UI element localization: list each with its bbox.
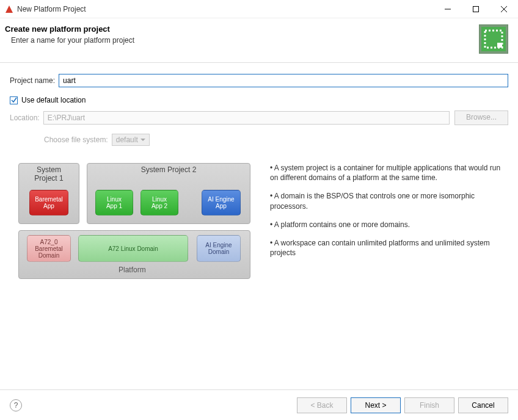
- linux-app-2-chip: Linux App 2: [140, 190, 178, 215]
- platform-diagram: System Project 1 Baremetal App System Pr…: [18, 163, 263, 285]
- wizard-footer: ? < Back Next > Finish Cancel: [0, 389, 518, 420]
- ai-engine-domain-chip: AI Engine Domain: [197, 235, 241, 262]
- description-line-1: • A system project is a container for mu…: [270, 163, 508, 183]
- description-line-3: • A platform contains one or more domain…: [270, 220, 508, 230]
- description-line-2: • A domain is the BSP/OS that controls o…: [270, 191, 508, 211]
- page-title: Create new platform project: [5, 24, 479, 34]
- close-button[interactable]: [490, 0, 518, 18]
- dialog-window: New Platform Project Create new platform…: [0, 0, 518, 420]
- minimize-button[interactable]: [434, 0, 462, 18]
- next-button[interactable]: Next >: [351, 397, 401, 413]
- checkbox-icon: [10, 96, 18, 104]
- finish-button: Finish: [404, 397, 454, 413]
- maximize-button[interactable]: [462, 0, 490, 18]
- linux-app-1-chip: Linux App 1: [95, 190, 133, 215]
- a72-baremetal-domain-chip: A72_0 Baremetal Domain: [27, 235, 71, 262]
- help-button[interactable]: ?: [10, 399, 22, 411]
- description-panel: • A system project is a container for mu…: [263, 163, 508, 285]
- page-subtitle: Enter a name for your platform project: [5, 36, 479, 45]
- window-title: New Platform Project: [17, 5, 434, 13]
- svg-rect-1: [473, 6, 479, 12]
- choose-file-system-label: Choose file system:: [44, 136, 108, 144]
- description-line-4: • A workspace can contain unlimited plat…: [270, 238, 508, 258]
- location-label: Location:: [10, 114, 40, 122]
- a72-linux-domain-chip: A72 Linux Domain: [78, 235, 188, 262]
- help-icon: ?: [14, 401, 18, 410]
- app-icon: [5, 5, 13, 13]
- title-bar: New Platform Project: [0, 0, 518, 18]
- cancel-button[interactable]: Cancel: [458, 397, 508, 413]
- location-input: [43, 111, 450, 125]
- svg-rect-6: [497, 43, 502, 48]
- wizard-header: Create new platform project Enter a name…: [0, 18, 518, 63]
- platform-title: Platform: [119, 266, 146, 274]
- use-default-location-checkbox[interactable]: Use default location: [10, 96, 508, 104]
- file-system-select: default: [112, 134, 150, 146]
- use-default-location-label: Use default location: [21, 96, 86, 104]
- project-name-label: Project name:: [10, 76, 55, 85]
- project-name-input[interactable]: [59, 74, 508, 87]
- system-project-1-title: System Project 1: [34, 165, 63, 183]
- wizard-icon: [479, 24, 508, 54]
- browse-button: Browse...: [454, 110, 508, 125]
- ai-engine-app-chip: AI Engine App: [202, 190, 241, 215]
- back-button: < Back: [297, 397, 347, 413]
- system-project-2-title: System Project 2: [141, 165, 197, 174]
- baremetal-app-chip: Baremetal App: [29, 190, 68, 215]
- form-area: Project name: Use default location Locat…: [0, 63, 518, 156]
